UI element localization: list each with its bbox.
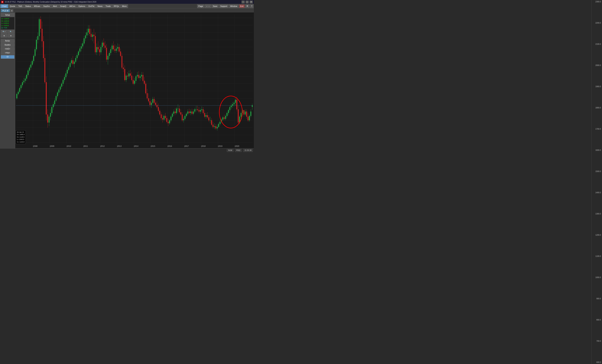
settings-button[interactable]: ⚙ — [245, 4, 249, 8]
help-button[interactable]: ? — [250, 4, 254, 8]
menu-ordtkt[interactable]: OrdTkt — [87, 4, 96, 8]
svg-rect-62 — [37, 36, 38, 40]
svg-rect-126 — [82, 43, 83, 46]
svg-rect-246 — [166, 118, 167, 122]
menu-trade[interactable]: Trade — [104, 4, 112, 8]
menu-alert[interactable]: Alert — [52, 4, 59, 8]
svg-rect-166 — [110, 49, 111, 53]
scroll-right-button[interactable]: ► — [8, 34, 14, 38]
svg-rect-160 — [106, 48, 107, 60]
rescl-button[interactable]: ReSci — [1, 39, 14, 43]
title-bar: ▣ 15:35:37 PLE - Platinum (Globex), Mont… — [0, 0, 254, 4]
svg-rect-354 — [242, 110, 243, 113]
svg-text:|2017: |2017 — [184, 145, 189, 147]
menu-ts[interactable]: T&S — [17, 4, 23, 8]
svg-rect-310 — [211, 120, 212, 125]
svg-rect-36 — [19, 88, 20, 92]
oi-button[interactable]: OI — [1, 55, 14, 59]
svg-rect-180 — [120, 52, 121, 56]
setup-button[interactable]: Setup — [1, 13, 14, 17]
menu-chart[interactable]: Chart — [0, 4, 8, 8]
add-tab-button[interactable]: + — [10, 9, 13, 12]
hist-button[interactable]: <Hist> — [1, 51, 14, 55]
tab-plem[interactable]: PLE.M — [1, 9, 10, 12]
menu-allcon[interactable]: AllCon — [68, 4, 77, 8]
svg-rect-230 — [155, 103, 156, 105]
zoom-out-button[interactable]: 🔍- — [8, 30, 14, 33]
svg-rect-288 — [196, 109, 197, 109]
svg-rect-110 — [71, 60, 72, 63]
menu-mscan[interactable]: MScan — [32, 4, 42, 8]
scroll-left-button[interactable]: ◄ — [1, 34, 7, 38]
menu-snapq[interactable]: SnapQ — [59, 4, 68, 8]
svg-rect-306 — [208, 118, 209, 120]
menu-supsrv[interactable]: SupSrv — [42, 4, 51, 8]
svg-text:|2016: |2016 — [168, 145, 172, 147]
main-area: Setup O= 1103.8 H= 1103.8 L= 1103.8 L= 1… — [0, 12, 254, 148]
svg-rect-86 — [54, 101, 55, 104]
nav-arrows[interactable]: ←→ — [205, 4, 211, 8]
svg-rect-244 — [165, 116, 166, 118]
svg-rect-46 — [26, 75, 27, 78]
delta-value: Δ= +2.6 — [1, 27, 14, 29]
svg-rect-240 — [162, 118, 163, 120]
svg-rect-102 — [65, 74, 66, 77]
exit-button[interactable]: Exit — [239, 4, 245, 8]
studies-button[interactable]: Studies — [1, 43, 14, 47]
svg-rect-194 — [130, 74, 131, 75]
menu-more[interactable]: More — [121, 4, 128, 8]
svg-rect-350 — [239, 117, 240, 123]
minimize-button[interactable]: ─ — [242, 0, 245, 3]
menu-status[interactable]: Status — [24, 4, 32, 8]
support-button[interactable]: Support — [219, 4, 229, 8]
close-button[interactable]: ✕ — [249, 0, 253, 3]
svg-rect-336 — [229, 107, 230, 110]
svg-rect-250 — [169, 120, 170, 123]
svg-rect-326 — [223, 118, 223, 120]
svg-rect-116 — [75, 58, 76, 62]
svg-rect-358 — [245, 111, 246, 114]
page-button[interactable]: Page — [197, 4, 204, 8]
open-value: O= 1103.8 — [1, 18, 14, 20]
menu-news[interactable]: News — [96, 4, 104, 8]
svg-rect-88 — [56, 96, 57, 100]
svg-rect-34 — [18, 92, 19, 94]
info-close: C= 1103.8 — [17, 141, 24, 143]
svg-rect-198 — [133, 80, 134, 84]
toolbar-right: Page ←→ Save Support Window Exit ⚙ ? — [197, 4, 254, 8]
svg-rect-148 — [98, 47, 99, 49]
svg-rect-156 — [103, 43, 104, 46]
menu-options[interactable]: Options — [77, 4, 87, 8]
svg-rect-130 — [85, 35, 86, 38]
svg-rect-136 — [89, 29, 90, 34]
svg-rect-314 — [214, 126, 215, 127]
svg-rect-170 — [113, 46, 114, 49]
svg-text:|2008: |2008 — [33, 145, 38, 147]
svg-text:|2011: |2011 — [83, 145, 88, 147]
candle-info-box: 04 Jan 21 O= 1085.4 H= 1128.5 L= 1043.5 … — [16, 130, 26, 144]
svg-rect-48 — [28, 71, 29, 75]
svg-rect-168 — [112, 46, 113, 49]
svg-text:|2020: |2020 — [235, 145, 239, 147]
status-account: P002 — [235, 149, 242, 152]
save-button[interactable]: Save — [212, 4, 219, 8]
svg-rect-74 — [46, 82, 47, 115]
menu-bar: Chart Quote T&S Status MScan SupSrv Aler… — [0, 4, 254, 8]
svg-rect-122 — [79, 49, 80, 52]
info-open: O= 1085.4 — [17, 133, 24, 136]
svg-rect-312 — [213, 125, 214, 127]
zoom-in-button[interactable]: 🔍+ — [1, 30, 7, 33]
menu-quote[interactable]: Quote — [8, 4, 17, 8]
window-controls: ─ □ ✕ — [242, 0, 253, 3]
menu-rfqs[interactable]: RFQs — [112, 4, 120, 8]
svg-rect-322 — [220, 122, 220, 124]
svg-text:|2012: |2012 — [100, 145, 105, 147]
svg-rect-320 — [218, 124, 219, 127]
svg-rect-204 — [137, 75, 138, 76]
window-button[interactable]: Window — [229, 4, 238, 8]
svg-rect-124 — [81, 46, 82, 49]
maximize-button[interactable]: □ — [246, 0, 249, 3]
intd-button[interactable]: <IntD> — [1, 47, 14, 51]
svg-rect-142 — [94, 35, 95, 36]
chart-area: |2008|2009|2010|2011|2012|2013|2014|2015… — [15, 12, 254, 148]
